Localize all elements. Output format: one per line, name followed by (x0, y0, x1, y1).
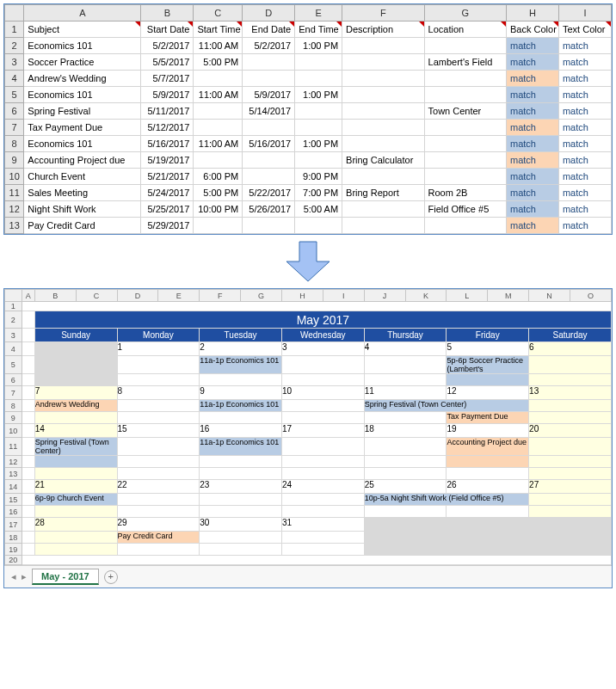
day-body-cell[interactable] (447, 506, 529, 518)
day-body-cell[interactable] (281, 400, 364, 412)
day-body-cell[interactable] (364, 438, 447, 456)
data-cell[interactable] (424, 169, 506, 185)
data-cell[interactable]: match (558, 185, 611, 201)
data-cell[interactable]: 5:00 AM (295, 201, 342, 218)
day-number-cell[interactable]: 14 (34, 424, 117, 438)
day-body-cell[interactable] (117, 468, 200, 480)
calendar-table[interactable]: ABCDEFGHIJKLMNO12May 20173SundayMondayTu… (4, 289, 612, 565)
cal-row-header[interactable]: 20 (5, 556, 22, 565)
row-header[interactable]: 12 (5, 201, 24, 218)
row-header[interactable]: 3 (5, 54, 24, 71)
day-body-cell[interactable] (364, 468, 447, 480)
cal-row-header[interactable]: 16 (5, 506, 22, 518)
header-cell[interactable]: Description (342, 22, 424, 38)
data-cell[interactable]: match (558, 54, 611, 71)
cal-col-header[interactable]: F (200, 290, 241, 302)
day-body-cell[interactable] (281, 532, 364, 544)
day-body-cell[interactable] (281, 412, 364, 424)
blank-cell[interactable] (22, 494, 34, 506)
day-number-cell[interactable] (364, 518, 447, 532)
day-body-cell[interactable] (529, 494, 612, 506)
data-cell[interactable]: Church Event (24, 169, 141, 185)
cal-row-header[interactable]: 19 (5, 544, 22, 556)
row-header[interactable]: 10 (5, 169, 24, 185)
day-number-cell[interactable]: 15 (117, 424, 200, 438)
data-cell[interactable]: 5/16/2017 (141, 136, 194, 152)
data-cell[interactable] (342, 120, 424, 136)
data-cell[interactable]: 5/24/2017 (141, 185, 194, 201)
data-cell[interactable]: Night Shift Work (24, 201, 141, 218)
day-number-cell[interactable]: 4 (364, 342, 447, 356)
cal-row-header[interactable]: 13 (5, 468, 22, 480)
row-header[interactable]: 11 (5, 185, 24, 201)
data-cell[interactable] (243, 120, 295, 136)
day-body-cell[interactable] (529, 532, 612, 544)
data-cell[interactable]: 5/14/2017 (243, 103, 295, 120)
data-cell[interactable] (295, 120, 342, 136)
day-number-cell[interactable]: 18 (364, 424, 447, 438)
row-header[interactable]: 13 (5, 218, 24, 234)
data-cell[interactable]: 10:00 PM (194, 201, 243, 218)
data-cell[interactable]: Economics 101 (24, 136, 141, 152)
cal-row-header[interactable]: 18 (5, 532, 22, 544)
col-header[interactable]: I (558, 5, 611, 22)
data-cell[interactable] (243, 218, 295, 234)
col-header[interactable]: F (342, 5, 424, 22)
day-number-cell[interactable]: 9 (200, 386, 282, 400)
data-cell[interactable]: Room 2B (424, 185, 506, 201)
day-body-cell[interactable] (200, 532, 282, 544)
row-header[interactable]: 8 (5, 136, 24, 152)
event-cell[interactable]: Accounting Project due (447, 438, 529, 456)
day-body-cell[interactable] (200, 468, 282, 480)
row-header[interactable]: 6 (5, 103, 24, 120)
day-body-cell[interactable] (529, 456, 612, 468)
col-header[interactable]: H (507, 5, 559, 22)
blank-cell[interactable] (22, 532, 34, 544)
data-cell[interactable] (424, 71, 506, 87)
data-cell[interactable]: Spring Festival (24, 103, 141, 120)
data-cell[interactable]: match (558, 169, 611, 185)
day-number-cell[interactable]: 25 (364, 480, 447, 494)
cal-col-header[interactable]: K (405, 290, 447, 302)
day-body-cell[interactable] (34, 412, 117, 424)
cal-row-header[interactable]: 12 (5, 456, 22, 468)
row-header[interactable]: 1 (5, 22, 24, 38)
data-cell[interactable]: match (507, 201, 559, 218)
cal-col-header[interactable]: E (158, 290, 200, 302)
cal-col-header[interactable]: N (529, 290, 570, 302)
data-cell[interactable]: Soccer Practice (24, 54, 141, 71)
data-cell[interactable] (342, 136, 424, 152)
header-cell[interactable]: Back Color (507, 22, 559, 38)
data-cell[interactable] (342, 87, 424, 103)
data-cell[interactable]: match (507, 152, 559, 169)
data-cell[interactable]: match (507, 120, 559, 136)
cal-col-header[interactable]: C (76, 290, 117, 302)
blank-cell[interactable] (22, 302, 611, 311)
event-cell[interactable]: Spring Festival (Town Center) (364, 400, 528, 412)
event-cell[interactable] (447, 374, 529, 386)
day-number-cell[interactable]: 20 (529, 424, 612, 438)
data-cell[interactable] (295, 71, 342, 87)
day-number-cell[interactable] (529, 518, 612, 532)
data-cell[interactable]: 11:00 AM (194, 38, 243, 54)
cal-col-header[interactable]: B (34, 290, 76, 302)
data-cell[interactable]: 1:00 PM (295, 87, 342, 103)
blank-cell[interactable] (22, 342, 34, 356)
cal-col-header[interactable]: M (488, 290, 529, 302)
data-cell[interactable] (295, 152, 342, 169)
data-cell[interactable]: 6:00 PM (194, 169, 243, 185)
blank-cell[interactable] (22, 311, 34, 329)
row-header[interactable]: 9 (5, 152, 24, 169)
day-body-cell[interactable] (529, 412, 612, 424)
cal-row-header[interactable]: 9 (5, 412, 22, 424)
data-cell[interactable]: Bring Report (342, 185, 424, 201)
data-cell[interactable]: match (507, 103, 559, 120)
event-cell[interactable]: Pay Credit Card (117, 532, 200, 544)
data-cell[interactable]: 5/11/2017 (141, 103, 194, 120)
day-body-cell[interactable] (364, 456, 447, 468)
day-number-cell[interactable]: 11 (364, 386, 447, 400)
day-body-cell[interactable] (447, 544, 529, 556)
day-number-cell[interactable]: 28 (34, 518, 117, 532)
blank-cell[interactable] (22, 456, 34, 468)
day-number-cell[interactable]: 7 (34, 386, 117, 400)
